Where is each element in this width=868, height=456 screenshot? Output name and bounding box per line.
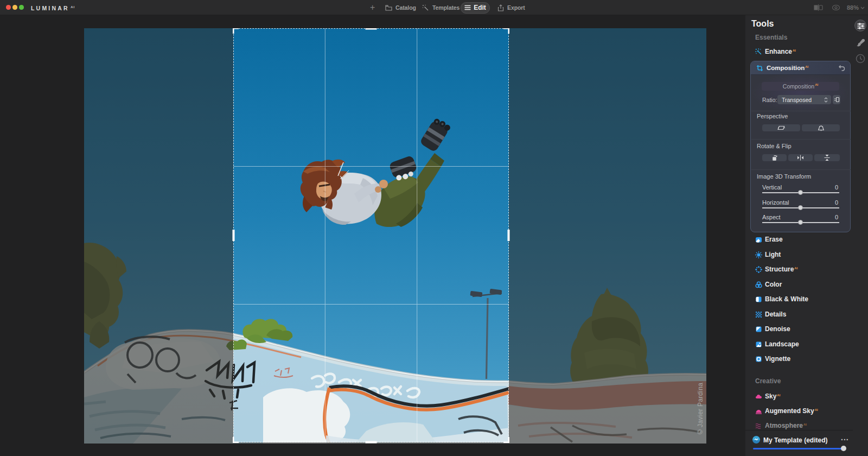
svg-text:© Javier Pardina: © Javier Pardina — [697, 383, 704, 434]
